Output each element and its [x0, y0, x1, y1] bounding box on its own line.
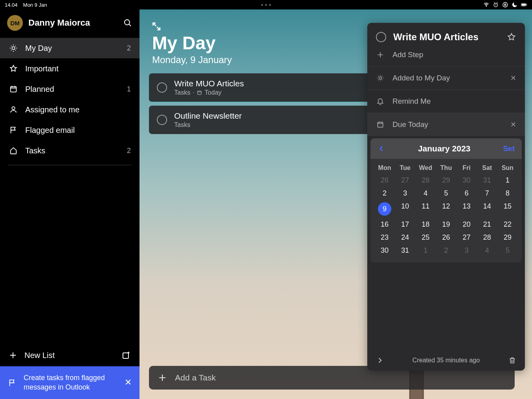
- task-title: Write MUO Articles: [174, 79, 244, 88]
- calendar-day[interactable]: 4: [477, 244, 497, 257]
- calendar-day[interactable]: 25: [415, 231, 436, 244]
- calendar-day[interactable]: 30: [456, 174, 477, 187]
- new-group-icon[interactable]: [121, 351, 131, 360]
- due-date-row[interactable]: Due Today ✕: [367, 113, 525, 136]
- wifi-icon: [483, 2, 489, 8]
- calendar-day[interactable]: 19: [436, 218, 456, 231]
- calendar-month[interactable]: January 2023: [385, 144, 503, 153]
- calendar-day[interactable]: 29: [436, 174, 456, 187]
- calendar-day[interactable]: 10: [395, 200, 415, 218]
- calendar-day[interactable]: 18: [415, 218, 436, 231]
- calendar-day[interactable]: 26: [436, 231, 456, 244]
- banner-text: Create tasks from flagged messages in Ou…: [24, 373, 117, 392]
- calendar-day[interactable]: 2: [374, 187, 395, 200]
- sidebar-item-flagged[interactable]: Flagged email: [0, 120, 140, 140]
- calendar-day[interactable]: 7: [477, 187, 497, 200]
- svg-point-28: [379, 77, 382, 80]
- alarm-icon: [493, 2, 499, 8]
- calendar-day[interactable]: 3: [395, 187, 415, 200]
- calendar-day[interactable]: 1: [497, 174, 518, 187]
- task-complete-circle[interactable]: [376, 32, 386, 42]
- remove-myday[interactable]: ✕: [510, 74, 516, 82]
- calendar-day[interactable]: 27: [395, 174, 415, 187]
- calendar-day[interactable]: 8: [497, 187, 518, 200]
- user-name[interactable]: Danny Maiorca: [28, 18, 117, 28]
- status-time: 14.04: [5, 2, 18, 8]
- sidebar-item-label: Important: [25, 64, 124, 73]
- hide-panel[interactable]: [376, 356, 384, 364]
- multitask-dots[interactable]: [261, 4, 271, 6]
- calendar-day[interactable]: 2: [436, 244, 456, 257]
- calendar-icon: [376, 120, 385, 129]
- calendar-day[interactable]: 31: [477, 174, 497, 187]
- expand-button[interactable]: [151, 21, 162, 32]
- calendar-day[interactable]: 31: [395, 244, 415, 257]
- calendar-day[interactable]: 21: [477, 218, 497, 231]
- calendar-back[interactable]: [378, 145, 385, 153]
- calendar-day[interactable]: 17: [395, 218, 415, 231]
- plus-icon: [158, 373, 167, 382]
- avatar[interactable]: DM: [7, 15, 23, 31]
- calendar-day[interactable]: 13: [456, 200, 477, 218]
- calendar-day[interactable]: 28: [477, 231, 497, 244]
- sidebar-item-tasks[interactable]: Tasks 2: [0, 140, 140, 161]
- status-bar: 14.04 Mon 9 Jan: [0, 0, 532, 9]
- calendar-day[interactable]: 5: [436, 187, 456, 200]
- banner-close[interactable]: ✕: [125, 377, 132, 388]
- sidebar-divider: [8, 165, 132, 165]
- task-complete-circle[interactable]: [157, 115, 167, 125]
- star-icon[interactable]: [507, 32, 516, 42]
- calendar-dow: Thu: [436, 164, 456, 172]
- sun-icon: [9, 43, 18, 53]
- calendar-day[interactable]: 3: [456, 244, 477, 257]
- new-list-label: New List: [24, 351, 114, 360]
- bell-icon: [376, 97, 385, 106]
- calendar-day[interactable]: 20: [456, 218, 477, 231]
- added-myday-label: Added to My Day: [392, 74, 502, 82]
- add-step-row[interactable]: Add Step: [367, 47, 525, 66]
- clear-due[interactable]: ✕: [510, 120, 516, 129]
- added-myday-row[interactable]: Added to My Day ✕: [367, 66, 525, 89]
- outlook-banner[interactable]: Create tasks from flagged messages in Ou…: [0, 366, 140, 399]
- calendar-day[interactable]: 29: [497, 231, 518, 244]
- calendar-dow: Tue: [395, 164, 415, 172]
- remind-me-row[interactable]: Remind Me: [367, 89, 525, 113]
- calendar-day[interactable]: 12: [436, 200, 456, 218]
- sidebar-item-myday[interactable]: My Day 2: [0, 38, 140, 58]
- created-info: Created 35 minutes ago: [390, 357, 502, 364]
- calendar-day[interactable]: 27: [456, 231, 477, 244]
- svg-rect-6: [526, 4, 527, 6]
- sidebar-item-planned[interactable]: Planned 1: [0, 79, 140, 99]
- calendar-day[interactable]: 16: [374, 218, 395, 231]
- calendar-day[interactable]: 14: [477, 200, 497, 218]
- calendar-day[interactable]: 28: [415, 174, 436, 187]
- remind-me-label: Remind Me: [392, 97, 516, 106]
- calendar-day[interactable]: 9: [374, 200, 395, 218]
- calendar-set[interactable]: Set: [503, 144, 515, 153]
- person-icon: [9, 105, 18, 114]
- detail-title[interactable]: Write MUO Articles: [393, 32, 500, 43]
- calendar-dow: Sun: [497, 164, 518, 172]
- new-list-button[interactable]: New List: [0, 344, 140, 366]
- delete-task[interactable]: [508, 356, 516, 364]
- page-subtitle: Monday, 9 January: [152, 54, 232, 65]
- calendar-day[interactable]: 15: [497, 200, 518, 218]
- calendar-day[interactable]: 11: [415, 200, 436, 218]
- sidebar-item-assigned[interactable]: Assigned to me: [0, 99, 140, 120]
- calendar-day[interactable]: 4: [415, 187, 436, 200]
- sidebar-item-count: 2: [127, 147, 131, 155]
- calendar-day[interactable]: 23: [374, 231, 395, 244]
- calendar-day[interactable]: 24: [395, 231, 415, 244]
- due-date-label: Due Today: [392, 120, 502, 129]
- calendar-day[interactable]: 1: [415, 244, 436, 257]
- calendar-day[interactable]: 26: [374, 174, 395, 187]
- flag-icon: [8, 378, 17, 387]
- sidebar-item-important[interactable]: Important: [0, 58, 140, 79]
- search-button[interactable]: [123, 18, 132, 28]
- task-complete-circle[interactable]: [157, 82, 167, 93]
- calendar-day[interactable]: 30: [374, 244, 395, 257]
- calendar-day[interactable]: 5: [497, 244, 518, 257]
- calendar-day[interactable]: 22: [497, 218, 518, 231]
- flag-icon: [9, 125, 18, 135]
- calendar-day[interactable]: 6: [456, 187, 477, 200]
